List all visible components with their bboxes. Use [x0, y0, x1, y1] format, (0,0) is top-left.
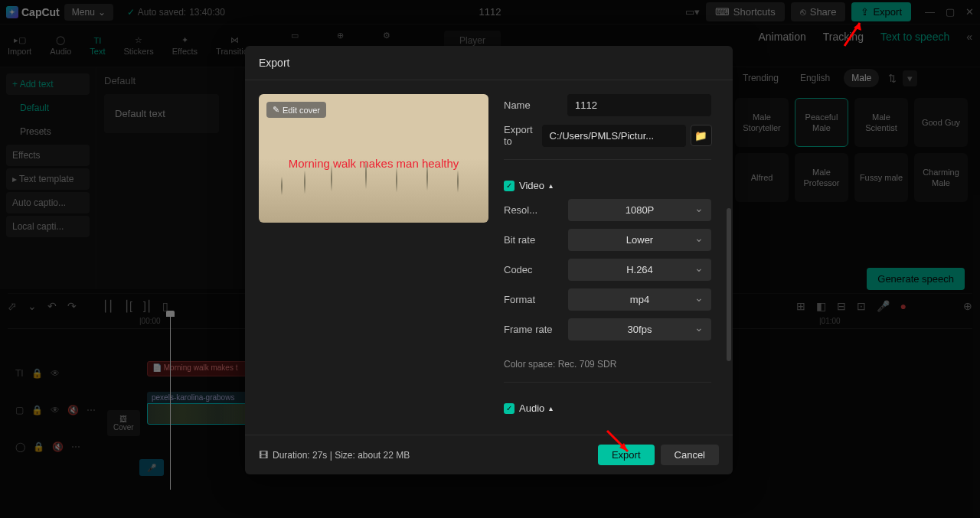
audio-section-header[interactable]: ✓ Audio ▴	[504, 402, 711, 414]
folder-icon: 📁	[694, 130, 707, 142]
framerate-select[interactable]: 30fps	[568, 318, 711, 340]
chevron-up-icon: ▴	[549, 181, 553, 190]
bitrate-select[interactable]: Lower	[568, 229, 711, 251]
export-footer-info: 🎞 Duration: 27s | Size: about 22 MB	[259, 450, 410, 461]
codec-label: Codec	[504, 264, 559, 275]
colorspace-info: Color space: Rec. 709 SDR	[504, 359, 711, 370]
export-to-label: Export to	[504, 124, 533, 147]
cover-text: Morning walk makes man healthy	[259, 157, 488, 170]
framerate-label: Frame rate	[504, 324, 559, 335]
export-dialog: Export ✎ Edit cover Morning walk makes m…	[245, 46, 733, 474]
format-label: Format	[504, 294, 559, 305]
video-checkbox[interactable]: ✓	[504, 181, 514, 191]
export-path-input[interactable]	[542, 125, 686, 147]
resolution-label: Resol...	[504, 204, 559, 216]
bitrate-label: Bit rate	[504, 234, 559, 246]
codec-select[interactable]: H.264	[568, 259, 711, 281]
cancel-button[interactable]: Cancel	[661, 445, 719, 465]
video-section-header[interactable]: ✓ Video ▴	[504, 180, 711, 191]
audio-checkbox[interactable]: ✓	[504, 403, 514, 414]
cover-preview: ✎ Edit cover Morning walk makes man heal…	[259, 94, 488, 223]
film-icon: 🎞	[259, 450, 268, 461]
dialog-title: Export	[245, 46, 733, 80]
name-input[interactable]	[567, 94, 711, 116]
chevron-up-icon: ▴	[549, 404, 553, 412]
export-confirm-button[interactable]: Export	[598, 445, 655, 465]
edit-cover-button[interactable]: ✎ Edit cover	[266, 102, 326, 118]
format-select[interactable]: mp4	[568, 288, 711, 311]
browse-folder-button[interactable]: 📁	[691, 125, 712, 146]
name-label: Name	[504, 99, 558, 111]
pencil-icon: ✎	[273, 105, 279, 115]
resolution-select[interactable]: 1080P	[568, 199, 711, 221]
